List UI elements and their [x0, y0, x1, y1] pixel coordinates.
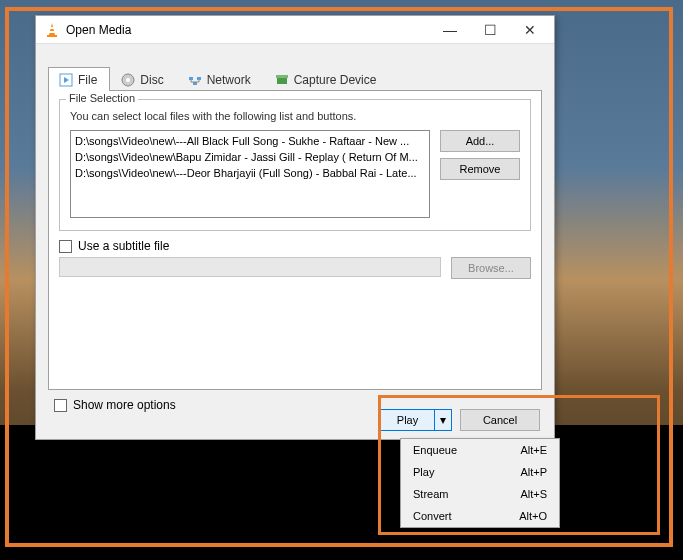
capture-icon — [275, 73, 289, 87]
minimize-button[interactable]: — — [430, 17, 470, 43]
tab-capture[interactable]: Capture Device — [264, 67, 390, 91]
tab-network-label: Network — [207, 73, 251, 87]
subtitle-row: Use a subtitle file — [59, 239, 531, 253]
list-item[interactable]: D:\songs\Video\new\---Deor Bharjayii (Fu… — [75, 165, 425, 181]
file-selection-legend: File Selection — [66, 92, 138, 104]
file-selection-fieldset: File Selection You can select local file… — [59, 99, 531, 231]
subtitle-label: Use a subtitle file — [78, 239, 169, 253]
tab-disc-label: Disc — [140, 73, 163, 87]
svg-rect-9 — [197, 77, 201, 80]
file-row: D:\songs\Video\new\---All Black Full Son… — [70, 130, 520, 218]
file-side-buttons: Add... Remove — [440, 130, 520, 180]
vlc-cone-icon — [44, 22, 60, 38]
tabs-bar: File Disc Network Capture Device — [36, 44, 554, 90]
tab-network[interactable]: Network — [177, 67, 264, 91]
desktop-background: Open Media — ☐ ✕ File Disc — [0, 0, 683, 560]
tab-disc[interactable]: Disc — [110, 67, 176, 91]
svg-rect-8 — [189, 77, 193, 80]
subtitle-input-row: Browse... — [59, 257, 531, 279]
disc-icon — [121, 73, 135, 87]
list-item[interactable]: D:\songs\Video\new\Bapu Zimidar - Jassi … — [75, 149, 425, 165]
file-icon — [59, 73, 73, 87]
tab-panel: File Selection You can select local file… — [48, 90, 542, 390]
subtitle-checkbox[interactable] — [59, 240, 72, 253]
add-button[interactable]: Add... — [440, 130, 520, 152]
browse-button: Browse... — [451, 257, 531, 279]
tab-file-label: File — [78, 73, 97, 87]
maximize-button[interactable]: ☐ — [470, 17, 510, 43]
svg-rect-1 — [47, 35, 57, 37]
tab-file[interactable]: File — [48, 67, 110, 91]
dialog-title: Open Media — [66, 23, 430, 37]
network-icon — [188, 73, 202, 87]
list-item[interactable]: D:\songs\Video\new\---All Black Full Son… — [75, 133, 425, 149]
tab-capture-label: Capture Device — [294, 73, 377, 87]
svg-rect-12 — [276, 75, 288, 78]
remove-button[interactable]: Remove — [440, 158, 520, 180]
svg-rect-11 — [277, 77, 287, 84]
file-list[interactable]: D:\songs\Video\new\---All Black Full Son… — [70, 130, 430, 218]
subtitle-path-input — [59, 257, 441, 277]
close-button[interactable]: ✕ — [510, 17, 550, 43]
svg-point-7 — [126, 78, 130, 82]
titlebar: Open Media — ☐ ✕ — [36, 16, 554, 44]
open-media-dialog: Open Media — ☐ ✕ File Disc — [35, 15, 555, 440]
svg-rect-3 — [49, 31, 55, 33]
file-selection-help: You can select local files with the foll… — [70, 110, 520, 122]
svg-rect-2 — [50, 27, 54, 29]
annotation-inner-box — [378, 395, 660, 535]
